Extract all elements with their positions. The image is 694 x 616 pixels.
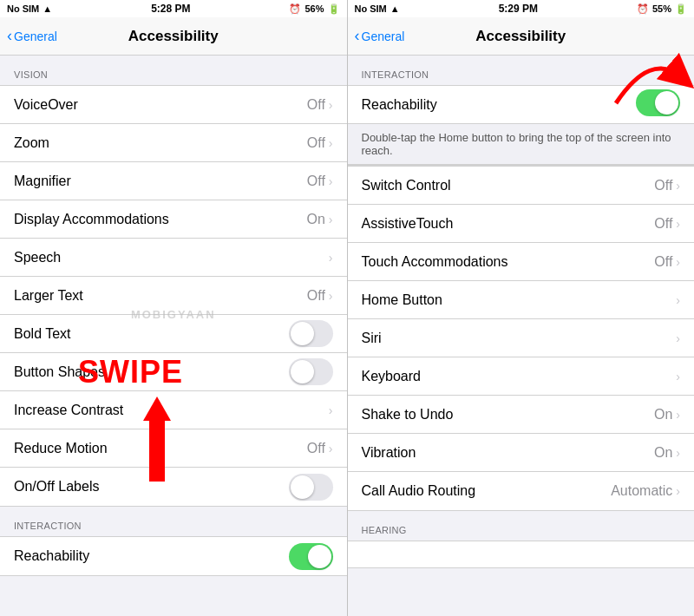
magnifier-value: Off [307, 174, 325, 189]
button-shapes-toggle-knob [291, 360, 314, 383]
shake-to-undo-label: Shake to Undo [362, 407, 454, 423]
list-item-keyboard[interactable]: Keyboard › [348, 357, 695, 396]
reachability-right-toggle[interactable] [636, 89, 680, 116]
right-hearing-list [348, 541, 695, 568]
magnifier-label: Magnifier [14, 174, 71, 189]
left-back-label[interactable]: General [14, 29, 57, 43]
reachability-left-toggle-knob [308, 545, 331, 568]
right-back-label[interactable]: General [362, 29, 405, 43]
zoom-label: Zoom [14, 135, 49, 151]
list-item-voiceover[interactable]: VoiceOver Off › [0, 86, 347, 124]
list-item-home-button[interactable]: Home Button › [348, 281, 695, 319]
reduce-motion-right: Off › [307, 441, 333, 456]
switch-control-value: Off [654, 178, 672, 193]
reachability-right-label: Reachability [362, 97, 437, 113]
magnifier-chevron-icon: › [329, 174, 333, 188]
vibration-right: On › [654, 445, 680, 461]
vibration-value: On [654, 445, 672, 461]
increase-contrast-chevron-icon: › [329, 403, 333, 417]
speech-label: Speech [14, 250, 61, 265]
vibration-chevron-icon: › [676, 446, 680, 460]
list-item-speech[interactable]: Speech › [0, 239, 347, 277]
right-nav-bar: ‹ General Accessibility [348, 17, 695, 56]
right-status-right: ⏰ 55% 🔋 [637, 3, 687, 15]
voiceover-value: Off [307, 97, 325, 113]
onoff-labels-right [289, 474, 333, 501]
list-item-shake-to-undo[interactable]: Shake to Undo On › [348, 396, 695, 434]
assistive-touch-value: Off [654, 216, 672, 232]
left-battery-pct: 56% [304, 3, 324, 14]
left-back-button[interactable]: ‹ General [7, 27, 57, 45]
list-item-larger-text[interactable]: Larger Text Off › [0, 277, 347, 315]
vibration-label: Vibration [362, 445, 416, 461]
call-audio-routing-label: Call Audio Routing [362, 483, 476, 499]
bold-text-toggle-knob [291, 322, 314, 345]
bold-text-label: Bold Text [14, 326, 71, 342]
display-accommodations-label: Display Accommodations [14, 212, 169, 227]
increase-contrast-right: › [329, 403, 333, 417]
list-item-touch-accommodations[interactable]: Touch Accommodations Off › [348, 243, 695, 281]
keyboard-right: › [676, 370, 680, 383]
right-battery-icon: 🔋 [675, 3, 687, 15]
button-shapes-toggle[interactable] [289, 358, 333, 385]
left-carrier: No SIM [7, 3, 39, 14]
siri-chevron-icon: › [676, 331, 680, 345]
list-item-assistive-touch[interactable]: AssistiveTouch Off › [348, 205, 695, 243]
reachability-left-label: Reachability [14, 548, 89, 564]
bold-text-right [289, 320, 333, 347]
list-item-increase-contrast[interactable]: Increase Contrast › [0, 391, 347, 429]
larger-text-chevron-icon: › [329, 289, 333, 303]
list-item-siri[interactable]: Siri › [348, 319, 695, 357]
right-back-button[interactable]: ‹ General [355, 27, 405, 45]
left-interaction-list: Reachability [0, 536, 347, 576]
button-shapes-label: Button Shapes [14, 364, 105, 380]
larger-text-label: Larger Text [14, 288, 83, 304]
voiceover-label: VoiceOver [14, 97, 78, 113]
list-item-magnifier[interactable]: Magnifier Off › [0, 162, 347, 200]
reduce-motion-value: Off [307, 441, 325, 456]
list-item-call-audio-routing[interactable]: Call Audio Routing Automatic › [348, 472, 695, 510]
touch-accommodations-value: Off [654, 254, 672, 270]
right-nav-title: Accessibility [475, 28, 566, 45]
left-time: 5:28 PM [151, 3, 190, 15]
list-item-switch-control[interactable]: Switch Control Off › [348, 167, 695, 205]
right-battery-pct: 55% [652, 3, 671, 14]
keyboard-chevron-icon: › [676, 370, 680, 383]
list-item-zoom[interactable]: Zoom Off › [0, 124, 347, 162]
list-item-reachability-left[interactable]: Reachability [0, 537, 347, 575]
left-nav-bar: ‹ General Accessibility [0, 17, 347, 56]
list-item-display-accommodations[interactable]: Display Accommodations On › [0, 200, 347, 239]
list-item-button-shapes[interactable]: Button Shapes SWIPE [0, 353, 347, 391]
display-accommodations-right: On › [306, 212, 332, 227]
right-carrier: No SIM [355, 3, 387, 14]
reachability-left-toggle[interactable] [289, 543, 333, 570]
siri-label: Siri [362, 331, 382, 346]
siri-right: › [676, 331, 680, 345]
reachability-left-right [289, 543, 333, 570]
list-item-vibration[interactable]: Vibration On › [348, 434, 695, 472]
right-wifi-icon: ▲ [390, 3, 400, 14]
assistive-touch-chevron-icon: › [676, 217, 680, 231]
voiceover-chevron-icon: › [329, 98, 333, 112]
shake-to-undo-right: On › [654, 407, 680, 423]
left-battery-icon: 🔋 [328, 3, 340, 15]
call-audio-routing-value: Automatic [611, 483, 672, 499]
right-alarm-icon: ⏰ [637, 3, 649, 15]
list-item-hearing-partial[interactable] [348, 541, 695, 567]
zoom-right: Off › [307, 135, 333, 151]
right-hearing-header: HEARING [348, 511, 695, 541]
list-item-bold-text[interactable]: Bold Text [0, 315, 347, 353]
zoom-value: Off [307, 135, 325, 151]
left-interaction-header: INTERACTION [0, 507, 347, 536]
list-item-reduce-motion[interactable]: Reduce Motion Off › [0, 429, 347, 468]
call-audio-routing-chevron-icon: › [676, 484, 680, 498]
right-status-bar: No SIM ▲ 5:29 PM ⏰ 55% 🔋 [348, 0, 695, 17]
left-status-bar: No SIM ▲ 5:28 PM ⏰ 56% 🔋 [0, 0, 347, 17]
left-vision-list: VoiceOver Off › Zoom Off › Magnifier Off… [0, 85, 347, 507]
left-alarm-icon: ⏰ [289, 3, 301, 15]
onoff-labels-toggle[interactable] [289, 474, 333, 501]
list-item-onoff-labels[interactable]: On/Off Labels [0, 468, 347, 506]
bold-text-toggle[interactable] [289, 320, 333, 347]
left-chevron-back-icon: ‹ [7, 27, 12, 45]
list-item-reachability-right[interactable]: Reachability [348, 86, 695, 124]
